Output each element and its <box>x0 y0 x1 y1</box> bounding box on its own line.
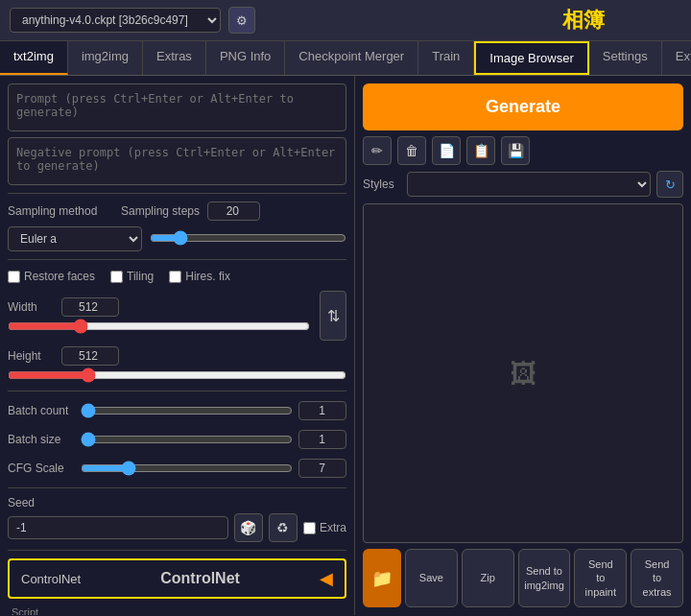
styles-label: Styles <box>363 178 401 191</box>
restore-faces-checkbox[interactable]: Restore faces <box>8 270 95 283</box>
send-inpaint-button[interactable]: Sendtoinpaint <box>574 549 627 607</box>
width-row: Width ⇅ <box>8 291 346 341</box>
tab-checkpoint-merger[interactable]: Checkpoint Merger <box>285 41 418 75</box>
left-panel: Sampling method Sampling steps Euler a R… <box>0 76 355 615</box>
tab-image-browser[interactable]: Image Browser <box>474 41 588 75</box>
image-placeholder-icon: 🖼 <box>510 358 536 390</box>
tab-extensions[interactable]: Extensions <box>662 41 691 75</box>
seed-section: Seed 🎲 ♻ Extra <box>8 496 346 542</box>
batch-size-slider[interactable] <box>81 432 293 447</box>
action-icons-row: ✏ 🗑 📄 📋 💾 <box>363 136 683 165</box>
copy-icon: 📋 <box>473 143 489 158</box>
width-label: Width <box>8 300 56 314</box>
seed-label: Seed <box>8 496 346 509</box>
tab-extras[interactable]: Extras <box>143 41 206 75</box>
chinese-label: 相簿 <box>562 6 605 35</box>
send-extras-button[interactable]: Sendtoextras <box>631 549 683 607</box>
positive-prompt[interactable] <box>8 83 346 131</box>
batch-size-label: Batch size <box>8 433 75 446</box>
generate-button[interactable]: Generate <box>363 83 683 130</box>
swap-icon: ⇅ <box>327 307 340 325</box>
batch-size-input[interactable] <box>298 430 346 449</box>
height-label: Height <box>8 349 56 363</box>
width-input[interactable] <box>61 297 119 317</box>
batch-count-slider[interactable] <box>81 403 293 418</box>
seed-row: 🎲 ♻ Extra <box>8 513 346 542</box>
folder-button[interactable]: 📁 <box>363 549 401 607</box>
sampling-row: Sampling method Sampling steps <box>8 201 346 221</box>
batch-count-input[interactable] <box>298 401 346 420</box>
refresh-icon: ↻ <box>665 178 676 192</box>
save-icon-button[interactable]: 💾 <box>501 136 530 165</box>
width-slider[interactable] <box>8 319 310 334</box>
cfg-scale-label: CFG Scale <box>8 462 75 475</box>
styles-select[interactable] <box>407 172 651 197</box>
bottom-actions: 📁 Save Zip Send toimg2img Sendtoinpaint … <box>363 549 683 607</box>
sampling-method-select-row: Euler a <box>8 226 346 251</box>
batch-count-row: Batch count <box>8 401 346 420</box>
trash-icon: 🗑 <box>405 143 418 158</box>
tab-bar: txt2img img2img Extras PNG Info Checkpoi… <box>0 41 691 76</box>
batch-count-label: Batch count <box>8 404 75 417</box>
tab-settings[interactable]: Settings <box>589 41 662 75</box>
recycle-icon: ♻ <box>276 520 289 535</box>
sampling-method-select[interactable]: Euler a <box>8 226 142 251</box>
top-bar: anything-v4.0.ckpt [3b26c9c497] ⚙ 相簿 <box>0 0 691 41</box>
file-icon: 📄 <box>439 143 455 158</box>
batch-size-row: Batch size <box>8 430 346 449</box>
styles-row: Styles ↻ <box>363 171 683 198</box>
right-panel: Generate ✏ 🗑 📄 📋 💾 Styles <box>355 76 691 615</box>
cfg-scale-row: CFG Scale <box>8 459 346 478</box>
extra-checkbox[interactable]: Extra <box>303 521 346 534</box>
dice-icon: 🎲 <box>240 520 256 535</box>
folder-icon: 📁 <box>371 568 393 589</box>
cfg-scale-input[interactable] <box>298 459 346 478</box>
swap-dimensions-button[interactable]: ⇅ <box>320 291 346 341</box>
save-icon: 💾 <box>508 143 524 158</box>
styles-refresh-button[interactable]: ↻ <box>656 171 683 198</box>
controlnet-bar[interactable]: ControlNet ControlNet ◀ <box>8 558 346 599</box>
controlnet-label: ControlNet <box>21 572 81 586</box>
controlnet-title: ControlNet <box>160 570 240 587</box>
save-button[interactable]: Save <box>405 549 458 607</box>
zip-button[interactable]: Zip <box>462 549 514 607</box>
seed-input[interactable] <box>8 516 228 539</box>
gear-icon: ⚙ <box>236 13 248 28</box>
sampling-steps-slider[interactable] <box>150 230 346 246</box>
send-img2img-button[interactable]: Send toimg2img <box>518 549 571 607</box>
sampling-steps-label: Sampling steps <box>121 204 200 218</box>
tab-pnginfo[interactable]: PNG Info <box>206 41 285 75</box>
recycle-button[interactable]: ♻ <box>269 513 298 542</box>
checkpoint-select[interactable]: anything-v4.0.ckpt [3b26c9c497] <box>10 8 221 33</box>
height-row: Height <box>8 346 346 383</box>
gear-button[interactable]: ⚙ <box>228 7 255 34</box>
sampling-method-label: Sampling method <box>8 204 113 218</box>
tiling-checkbox[interactable]: Tiling <box>110 270 154 283</box>
sampling-steps-input[interactable] <box>207 201 260 221</box>
image-preview: 🖼 <box>363 203 683 543</box>
generate-area: Generate ✏ 🗑 📄 📋 💾 Styles <box>363 83 683 198</box>
copy-button[interactable]: 📋 <box>466 136 495 165</box>
tab-img2img[interactable]: img2img <box>68 41 143 75</box>
negative-prompt[interactable] <box>8 137 346 185</box>
controlnet-script-label: Script <box>8 604 346 615</box>
dice-button[interactable]: 🎲 <box>234 513 263 542</box>
height-slider[interactable] <box>8 367 346 383</box>
cfg-scale-slider[interactable] <box>81 461 293 476</box>
tab-train[interactable]: Train <box>418 41 474 75</box>
controlnet-chevron: ◀ <box>320 568 333 589</box>
file-button[interactable]: 📄 <box>432 136 461 165</box>
main-content: Sampling method Sampling steps Euler a R… <box>0 76 691 615</box>
height-input[interactable] <box>61 346 119 366</box>
pencil-button[interactable]: ✏ <box>363 136 392 165</box>
pencil-icon: ✏ <box>371 143 383 158</box>
tab-txt2img[interactable]: txt2img <box>0 41 68 75</box>
hires-fix-checkbox[interactable]: Hires. fix <box>169 270 230 283</box>
options-checkboxes: Restore faces Tiling Hires. fix <box>8 270 346 283</box>
trash-button[interactable]: 🗑 <box>397 136 426 165</box>
